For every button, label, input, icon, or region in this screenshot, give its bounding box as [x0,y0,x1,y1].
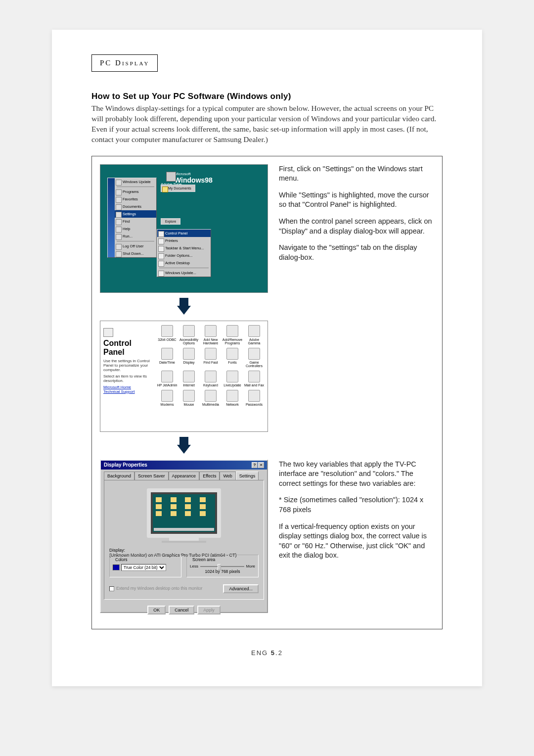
resolution-slider[interactable]: Less More [190,564,255,569]
start-item-favorites[interactable]: Favorites [115,195,156,203]
cp-item-datetime[interactable]: Date/Time [157,348,178,368]
extend-desktop-check[interactable]: Extend my Windows desktop onto this moni… [109,586,202,591]
advanced-button[interactable]: Advanced... [223,584,259,593]
submenu-control-panel[interactable]: Control Panel [157,230,211,237]
tab-web[interactable]: Web [220,472,235,480]
control-panel-title: Control Panel [103,339,154,357]
tab-settings[interactable]: Settings [236,472,259,480]
page-header: PC Display [91,54,158,72]
help-button[interactable]: ? [252,462,258,468]
ok-button[interactable]: OK [147,606,166,614]
cp-item-modems[interactable]: Modems [157,390,178,406]
cp-item-mouse[interactable]: Mouse [178,390,199,406]
cp-item-display[interactable]: Display [178,348,199,368]
cp-item-add-hardware[interactable]: Add New Hardware [200,325,221,345]
slider-thumb[interactable] [218,564,221,570]
cp-item-adobe-gamma[interactable]: Adobe Gamma [244,325,265,345]
cp-item-32bit-odbc[interactable]: 32bit ODBC [157,325,178,345]
control-panel-desc1: Use the settings in Control Panel to per… [103,359,154,372]
cp-item-fonts[interactable]: Fonts [222,348,243,368]
passwords-icon [248,390,260,402]
network-icon [226,390,238,402]
start-item-help[interactable]: Help [115,225,156,233]
start-menu-side-banner [108,178,115,257]
cp-item-network[interactable]: Network [222,390,243,406]
checkbox-icon [109,586,114,591]
cp-item-multimedia[interactable]: Multimedia [200,390,221,406]
adobe-type-manager-icon [166,172,176,182]
start-item-run[interactable]: Run... [115,233,156,240]
keyboard-icon [205,371,217,382]
document-page: PC Display How to Set up Your PC Softwar… [52,30,482,686]
odbc-icon [161,325,173,337]
accessibility-icon [183,325,195,337]
screen-area-group: Screen area Less More 1024 by 768 pixels [186,555,259,577]
start-menu: Windows Update Programs Favorites Docume… [107,178,157,258]
submenu-active-desktop[interactable]: Active Desktop [157,259,211,267]
apply-button[interactable]: Apply [197,606,221,614]
start-item-logoff[interactable]: Log Off User [115,242,156,250]
mydocuments-flyout: My Documents [161,185,195,192]
link-technical-support[interactable]: Technical Support [103,389,154,394]
cp-item-keyboard[interactable]: Keyboard [200,371,221,387]
start-item-programs[interactable]: Programs [115,188,156,195]
start-item-shutdown[interactable]: Shut Down... [115,250,156,257]
monitor-preview-desktop [153,494,215,532]
close-button[interactable]: × [258,462,264,468]
start-item-settings[interactable]: Settings [115,210,156,218]
liveupdate-icon [226,371,238,382]
cp-item-mailfax[interactable]: Mail and Fax [244,371,265,387]
display-icon [183,348,195,360]
instruction3-p3: If a vertical-frequency option exists on… [279,522,434,561]
internet-icon [183,371,195,382]
dialog-titlebar: Display Properties ? × [101,461,267,470]
cp-item-game[interactable]: Game Controllers [244,348,265,368]
start-item-windows-update[interactable]: Windows Update [115,178,156,186]
adobe-gamma-icon [248,325,260,337]
tab-screensaver[interactable]: Screen Saver [134,472,169,480]
mail-fax-icon [248,371,260,382]
cp-item-accessibility[interactable]: Accessibility Options [178,325,199,345]
instruction-p1: First, click on "Settings" on the Window… [279,164,434,184]
cancel-button[interactable]: Cancel [169,606,194,614]
row-3: Display Properties ? × Background Screen… [100,460,434,613]
screenshot-display-properties: Display Properties ? × Background Screen… [100,460,268,613]
resolution-value: 1024 by 768 pixels [190,569,255,574]
section-intro: The Windows display-settings for a typic… [91,103,443,145]
dialog-title: Display Properties [104,462,147,468]
submenu-folder-options[interactable]: Folder Options... [157,252,211,259]
cp-item-add-remove[interactable]: Add/Remove Programs [222,325,243,345]
cp-item-hpjetadmin[interactable]: HP JetAdmin [157,371,178,387]
control-panel-folder-icon [103,328,113,337]
cp-item-liveupdate[interactable]: LiveUpdate [222,371,243,387]
start-item-documents[interactable]: Documents [115,203,156,210]
dialog-tabs: Background Screen Saver Appearance Effec… [101,470,267,480]
submenu-taskbar[interactable]: Taskbar & Start Menu... [157,244,211,252]
findfast-icon [205,348,217,360]
cp-item-internet[interactable]: Internet [178,371,199,387]
arrow-down-1 [100,298,268,317]
instruction-p2: While "Settings" is highlighted, move th… [279,190,434,210]
submenu-printers[interactable]: Printers [157,237,211,244]
link-microsoft-home[interactable]: Microsoft Home [103,385,154,389]
instruction-p4: Navigate to the "settings" tab on the di… [279,243,434,262]
cp-item-passwords[interactable]: Passwords [244,390,265,406]
footer-chapter: 5 [271,649,275,657]
color-swatch-icon [113,565,120,570]
instructions-3: The two key variables that apply the TV-… [279,460,434,613]
cp-item-findfast[interactable]: Find Fast [200,348,221,368]
arrow-down-icon [177,445,191,454]
tab-background[interactable]: Background [104,472,134,480]
tab-effects[interactable]: Effects [199,472,220,480]
screenshot-control-panel: Control Panel Use the settings in Contro… [100,321,268,432]
submenu-windows-update[interactable]: Windows Update... [157,269,211,277]
tab-appearance[interactable]: Appearance [169,472,200,480]
control-panel-desc2: Select an item to view its description. [103,374,154,383]
arrow-down-2 [100,437,268,456]
screenshot-start-menu: Microsoft Windows98 Adobe TypeManager My… [100,164,268,293]
section-title: How to Set up Your PC Software (Windows … [91,92,443,101]
display-label: Display: [109,548,125,553]
colors-select[interactable]: True Color (24 bit) [121,564,166,571]
footer-prefix: ENG [251,649,271,657]
start-item-find[interactable]: Find [115,218,156,225]
